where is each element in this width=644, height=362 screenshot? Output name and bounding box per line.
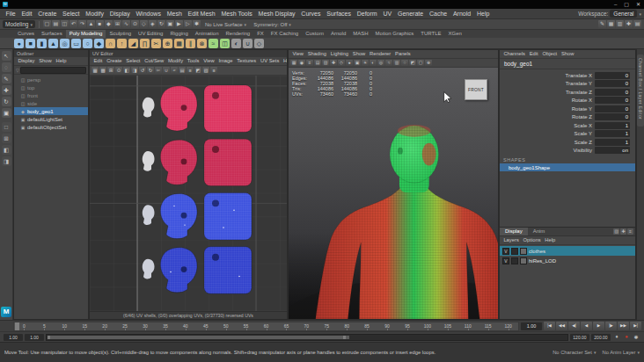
uv-texture-icon[interactable]: ▨ (202, 67, 209, 74)
quad-draw-tool-icon[interactable]: ▦ (174, 39, 184, 48)
uv-menu-edit[interactable]: Edit (91, 57, 105, 65)
outliner-menu-show[interactable]: Show (37, 57, 54, 65)
shelf-tab-mash[interactable]: MASH (349, 30, 371, 38)
channel-box-menu-show[interactable]: Show (560, 50, 576, 58)
menu-deform[interactable]: Deform (354, 9, 380, 19)
menu-arnold[interactable]: Arnold (450, 9, 474, 19)
menu-help[interactable]: Help (474, 9, 493, 19)
minimize-button[interactable]: – (614, 1, 617, 8)
outliner-menu-display[interactable]: Display (16, 57, 37, 65)
outliner-item-side[interactable]: ◫side (14, 99, 88, 107)
open-scene-icon[interactable]: ▤ (52, 20, 60, 28)
uv-rotate-cw-icon[interactable]: ↻ (147, 67, 154, 74)
channel-value-field[interactable]: 0 (595, 97, 630, 104)
channel-box-icon[interactable]: ▤ (633, 20, 641, 28)
shelf-tab-sculpting[interactable]: Sculpting (106, 30, 135, 38)
uv-grid-icon[interactable]: ⊞ (107, 67, 114, 74)
outliner-menu-help[interactable]: Help (54, 57, 69, 65)
shelf-tab-motion-graphics[interactable]: Motion Graphics (372, 30, 418, 38)
polygon-plane-icon[interactable]: ▭ (71, 39, 81, 48)
layer-visibility-toggle[interactable]: V (502, 248, 509, 255)
mirror-tool-icon[interactable]: ◫ (220, 39, 230, 48)
menu-file[interactable]: File (3, 9, 18, 19)
motion-blur-icon[interactable]: ≈ (385, 60, 392, 66)
new-layer-icon[interactable]: ✚ (620, 228, 626, 235)
layer-menu-help[interactable]: Help (543, 236, 558, 244)
uv-checker-icon[interactable]: ▩ (99, 67, 106, 74)
extrude-tool-icon[interactable]: ↑ (117, 39, 127, 48)
image-plane-icon[interactable]: ▧ (322, 60, 329, 66)
workspace-selector[interactable]: Workspace: General ▾ (578, 10, 641, 18)
shelf-tab-curves[interactable]: Curves (14, 30, 38, 38)
uv-menu-select[interactable]: Select (124, 57, 143, 65)
combine-tool-icon[interactable]: ∪ (243, 39, 252, 48)
uv-menu-help[interactable]: Help (282, 57, 287, 65)
uv-menu-uv-sets[interactable]: UV Sets (259, 57, 282, 65)
lasso-tool-icon[interactable]: ◌ (2, 62, 11, 72)
viewport-menu-panels[interactable]: Panels (393, 50, 413, 58)
shelf-tab-surfaces[interactable]: Surfaces (38, 30, 66, 38)
save-scene-icon[interactable]: ◫ (61, 20, 69, 28)
step-back-key-button[interactable]: ◀◀ (556, 322, 567, 330)
render-current-frame-icon[interactable]: ▶ (175, 20, 183, 28)
shelf-tab-turtle[interactable]: TURTLE (417, 30, 444, 38)
outliner-item-defaultobjectset[interactable]: ▣defaultObjectSet (14, 123, 88, 131)
outliner-item-defaultlightset[interactable]: ▣defaultLightSet (14, 115, 88, 123)
ipr-render-icon[interactable]: ▷ (184, 20, 192, 28)
lighting-icon[interactable]: ☀ (362, 60, 369, 66)
viewport-menu-renderer[interactable]: Renderer (368, 50, 393, 58)
layer-row-clothes[interactable]: Vclothes (500, 246, 635, 256)
outliner-search-input[interactable] (20, 67, 86, 74)
scale-tool-icon[interactable]: ▣ (2, 108, 11, 118)
outliner-item-front[interactable]: ◫front (14, 91, 88, 99)
maximize-button[interactable]: ▢ (624, 1, 629, 8)
tool-settings-icon[interactable]: ✚ (625, 20, 633, 28)
merge-tool-icon[interactable]: ⊗ (197, 39, 207, 48)
menu-generate[interactable]: Generate (395, 9, 427, 19)
menu-modify[interactable]: Modify (83, 9, 106, 19)
layer-color-swatch[interactable] (520, 257, 527, 264)
snap-to-point-icon[interactable]: ⊙ (131, 20, 139, 28)
close-button[interactable]: ✕ (636, 1, 640, 8)
persp-outliner-layout-icon[interactable]: ◧ (2, 145, 11, 155)
layer-editor-tab-display[interactable]: Display (500, 228, 528, 235)
outliner-item-top[interactable]: ◫top (14, 83, 88, 91)
shelf-tab-rigging[interactable]: Rigging (166, 30, 191, 38)
menu-display[interactable]: Display (106, 9, 133, 19)
undo-icon[interactable]: ↶ (70, 20, 77, 28)
go-to-range-start-button[interactable]: |◀ (544, 322, 555, 330)
polygon-disc-icon[interactable]: ○ (83, 39, 92, 48)
depth-of-field-icon[interactable]: ○ (401, 60, 408, 66)
uv-align-icon[interactable]: ≡ (187, 67, 194, 74)
viewport-menu-shading[interactable]: Shading (305, 50, 328, 58)
new-layer-from-selected-icon[interactable]: ≡ (627, 228, 633, 235)
polygon-torus-icon[interactable]: ◎ (60, 39, 70, 48)
menu-curves[interactable]: Curves (298, 9, 324, 19)
range-end-field-0[interactable]: 120.00 (570, 334, 589, 341)
shelf-tab-poly-modeling[interactable]: Poly Modeling (66, 30, 106, 38)
range-slider[interactable] (46, 334, 568, 341)
live-surface-indicator[interactable]: No Live Surface ▾ (202, 22, 249, 27)
symmetry-indicator[interactable]: Symmetry: Off ▾ (251, 22, 294, 27)
boolean-tool-icon[interactable]: ◐ (231, 39, 241, 48)
menu-cache[interactable]: Cache (427, 9, 450, 19)
go-to-range-end-button[interactable]: ▶| (630, 322, 641, 330)
uv-menu-cut-sew[interactable]: Cut/Sew (143, 57, 166, 65)
range-start-field-1[interactable]: 1.00 (25, 334, 44, 341)
current-time-field[interactable]: 1.00 (521, 322, 542, 330)
menu-surfaces[interactable]: Surfaces (324, 9, 354, 19)
shelf-tab-fx-caching[interactable]: FX Caching (267, 30, 302, 38)
channel-value-field[interactable]: 1 (595, 130, 630, 137)
separate-tool-icon[interactable]: ◇ (254, 39, 264, 48)
select-camera-icon[interactable]: ▦ (290, 60, 297, 66)
two-d-pan-zoom-icon[interactable]: ✚ (330, 60, 337, 66)
menu-edit[interactable]: Edit (18, 9, 35, 19)
textured-icon[interactable]: ▣ (354, 60, 361, 66)
wireframe-icon[interactable]: ◇ (338, 60, 345, 66)
layer-visibility-toggle[interactable]: V (502, 257, 509, 264)
uv-sew-icon[interactable]: ∪ (163, 67, 170, 74)
play-backwards-button[interactable]: ◀ (581, 322, 592, 330)
uv-editor-canvas[interactable] (90, 76, 287, 311)
play-forwards-button[interactable]: ▶ (593, 322, 604, 330)
channel-value-field[interactable]: 0 (595, 89, 630, 96)
